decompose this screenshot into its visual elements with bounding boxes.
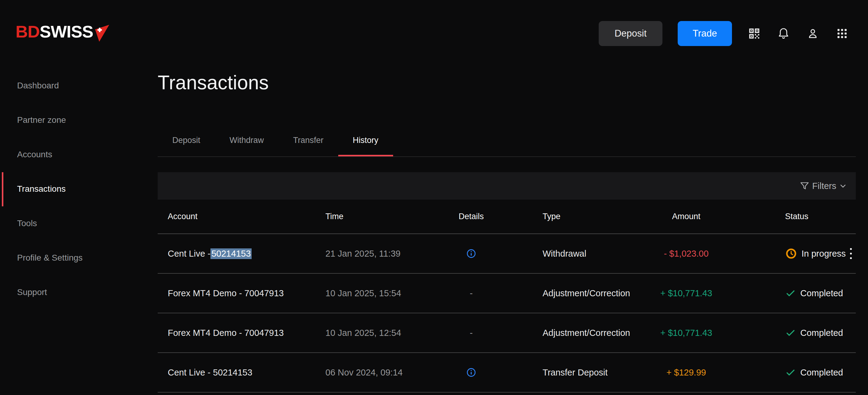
profile-icon[interactable] [806, 27, 820, 40]
brand-bd: BD [16, 22, 40, 41]
chevron-down-icon [839, 182, 847, 190]
brand-swiss: SWISS [40, 22, 93, 41]
table-header-row: Account Time Details Type Amount Status [158, 200, 856, 234]
sidebar-item-support[interactable]: Support [0, 275, 158, 309]
details-info-button[interactable] [450, 234, 493, 273]
sidebar-item-tools[interactable]: Tools [0, 206, 158, 240]
cell-time: 10 Jan 2025, 12:54 [326, 313, 401, 352]
tab-withdraw[interactable]: Withdraw [215, 126, 279, 156]
cell-amount: + $129.99 [641, 353, 732, 392]
account-text: Cent Live - [168, 249, 211, 259]
filters-label: Filters [812, 181, 836, 191]
col-header-account: Account [168, 200, 198, 233]
filters-toggle[interactable]: Filters [799, 181, 847, 191]
tab-deposit[interactable]: Deposit [158, 126, 215, 156]
clock-icon [785, 248, 797, 260]
selected-account-number: 50214153 [211, 249, 252, 259]
status-label: In progress [802, 249, 846, 259]
table-row: Cent Live - 50214153 06 Nov 2024, 09:14 … [158, 353, 856, 393]
status-label: Completed [800, 368, 843, 377]
apps-grid-icon[interactable] [835, 27, 849, 40]
brand-logo: BDSWISS [16, 22, 110, 42]
table-row: Forex MT4 Demo - 70047913 10 Jan 2025, 1… [158, 313, 856, 353]
check-icon [785, 288, 796, 299]
cell-amount: - $1,023.00 [641, 234, 732, 273]
sidebar-item-profile-settings[interactable]: Profile & Settings [0, 240, 158, 275]
cell-details-empty: - [450, 274, 493, 313]
filters-bar: Filters [158, 172, 856, 200]
tab-history[interactable]: History [338, 126, 393, 156]
kebab-menu-icon[interactable] [848, 246, 854, 261]
page-title: Transactions [158, 71, 269, 94]
cell-time: 06 Nov 2024, 09:14 [326, 353, 403, 392]
sidebar-item-partner-zone[interactable]: Partner zone [0, 103, 158, 137]
cell-account: Forex MT4 Demo - 70047913 [168, 313, 284, 352]
cell-amount: + $10,771.43 [641, 274, 732, 313]
info-icon [466, 249, 476, 259]
trade-button[interactable]: Trade [678, 21, 732, 46]
tabs-bar: Deposit Withdraw Transfer History [158, 126, 856, 157]
cell-status: In progress [785, 234, 846, 273]
sidebar: Dashboard Partner zone Accounts Transact… [0, 68, 158, 309]
col-header-time: Time [326, 200, 343, 233]
table-row: Cent Live - 50214153 21 Jan 2025, 11:39 … [158, 234, 856, 274]
details-info-button[interactable] [450, 353, 493, 392]
brand-flag-icon [95, 24, 110, 42]
cell-type: Adjustment/Correction [542, 313, 630, 352]
cell-time: 10 Jan 2025, 15:54 [326, 274, 401, 313]
tab-transfer[interactable]: Transfer [278, 126, 338, 156]
cell-amount: + $10,771.43 [641, 313, 732, 352]
col-header-amount: Amount [641, 200, 732, 233]
status-label: Completed [800, 328, 843, 338]
deposit-button[interactable]: Deposit [599, 21, 662, 46]
status-label: Completed [800, 288, 843, 298]
col-header-type: Type [542, 200, 561, 233]
sidebar-item-accounts[interactable]: Accounts [0, 137, 158, 172]
cell-type: Adjustment/Correction [542, 274, 630, 313]
cell-details-empty: - [450, 313, 493, 352]
cell-account: Cent Live - 50214153 [168, 234, 252, 273]
cell-status: Completed [785, 274, 843, 313]
sidebar-item-transactions[interactable]: Transactions [0, 172, 158, 206]
check-icon [785, 327, 796, 338]
qr-code-icon[interactable] [747, 27, 761, 40]
notifications-icon[interactable] [776, 27, 790, 40]
table-row: Forex MT4 Demo - 70047913 10 Jan 2025, 1… [158, 274, 856, 313]
top-actions: Deposit Trade [599, 21, 849, 46]
cell-status: Completed [785, 313, 843, 352]
sidebar-item-dashboard[interactable]: Dashboard [0, 68, 158, 103]
app-root: BDSWISS Deposit Trade [0, 0, 868, 395]
col-header-details: Details [450, 200, 493, 233]
funnel-icon [799, 181, 810, 191]
cell-type: Withdrawal [542, 234, 586, 273]
col-header-status: Status [785, 200, 808, 233]
cell-status: Completed [785, 353, 843, 392]
sidebar-active-indicator [2, 172, 3, 206]
transactions-table: Account Time Details Type Amount Status … [158, 200, 856, 393]
cell-account: Cent Live - 50214153 [168, 353, 252, 392]
cell-account: Forex MT4 Demo - 70047913 [168, 274, 284, 313]
info-icon [466, 367, 476, 377]
cell-time: 21 Jan 2025, 11:39 [326, 234, 400, 273]
cell-type: Transfer Deposit [542, 353, 608, 392]
check-icon [785, 367, 796, 378]
